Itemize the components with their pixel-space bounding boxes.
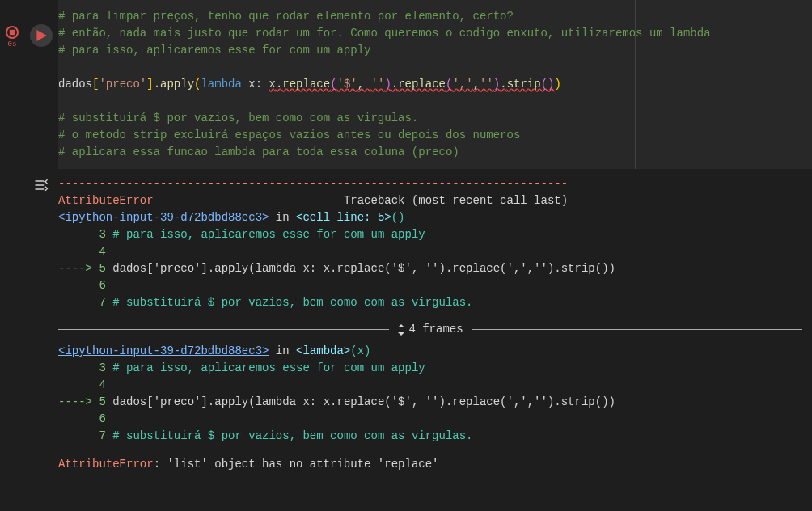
traceback-line: ----> 5 dados['preco'].apply(lambda x: x… (58, 260, 802, 277)
svg-rect-0 (10, 30, 15, 35)
error-final: AttributeError: 'list' object has no att… (58, 456, 802, 473)
traceback-line: 7 # substituirá $ por vazios, bem como c… (58, 428, 802, 445)
code-comment: # substituirá $ por vazios, bem como com… (58, 110, 801, 127)
error-header: AttributeError Traceback (most recent ca… (58, 192, 802, 209)
svg-marker-1 (36, 30, 47, 41)
left-gutter: 0s (0, 0, 24, 511)
code-cell[interactable]: # para limpar preços, tenho que rodar el… (58, 0, 812, 169)
code-comment: # para isso, aplicaremos esse for com um… (58, 42, 801, 59)
traceback-line: 6 (58, 277, 802, 294)
traceback-line: 7 # substituirá $ por vazios, bem como c… (58, 294, 802, 311)
code-expression: dados['preco'].apply(lambda x: x.replace… (58, 76, 801, 93)
run-cell-button[interactable] (30, 24, 53, 47)
svg-marker-3 (398, 332, 404, 336)
expand-frames-icon (397, 324, 405, 336)
execution-timer: 0s (8, 40, 17, 49)
traceback-line: 3 # para isso, aplicaremos esse for com … (58, 360, 802, 377)
error-divider: ----------------------------------------… (58, 175, 802, 192)
frames-expander[interactable]: 4 frames (58, 321, 802, 338)
svg-marker-2 (398, 324, 404, 327)
traceback-line: 4 (58, 243, 802, 260)
traceback-file: <ipython-input-39-d72bdbd88ec3> in <lamb… (58, 343, 802, 360)
traceback-line: 3 # para isso, aplicaremos esse for com … (58, 226, 802, 243)
traceback-file: <ipython-input-39-d72bdbd88ec3> in <cell… (58, 209, 802, 226)
code-blank (58, 93, 801, 110)
traceback-link[interactable]: <ipython-input-39-d72bdbd88ec3> (58, 344, 269, 357)
traceback-line: ----> 5 dados['preco'].apply(lambda x: x… (58, 394, 802, 411)
code-comment: # aplicara essa funcao lambda para toda … (58, 144, 801, 161)
traceback-line: 6 (58, 411, 802, 428)
code-comment: # para limpar preços, tenho que rodar el… (58, 8, 801, 25)
frames-count: 4 frames (408, 321, 463, 338)
code-comment: # então, nada mais justo que rodar um fo… (58, 25, 801, 42)
cell-output: ----------------------------------------… (24, 169, 812, 511)
traceback-link[interactable]: <ipython-input-39-d72bdbd88ec3> (58, 211, 269, 224)
output-toggle-icon[interactable] (33, 177, 49, 511)
traceback-line: 4 (58, 377, 802, 394)
code-blank (58, 59, 801, 76)
stop-icon[interactable] (6, 26, 19, 39)
code-comment: # o metodo strip excluirá espaços vazios… (58, 127, 801, 144)
